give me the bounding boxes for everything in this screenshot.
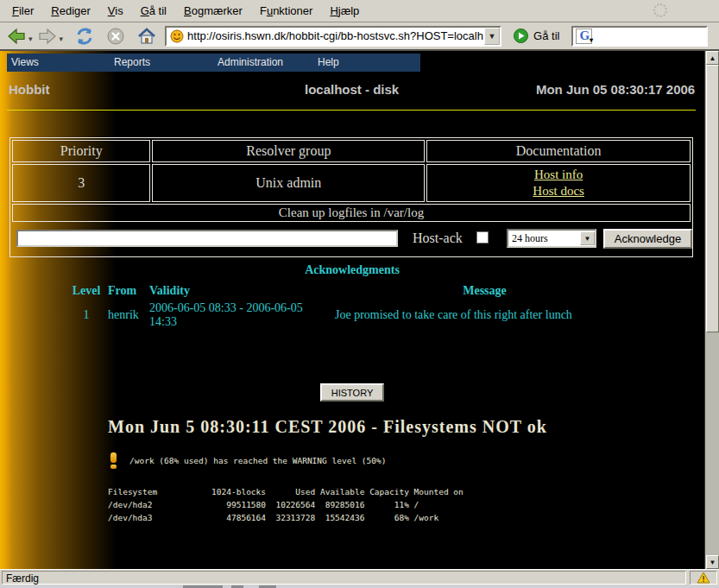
status-bar: Færdig	[0, 569, 719, 585]
scrollbar-thumb[interactable]	[706, 65, 719, 332]
browser-window: Filer Rediger Vis Gå til Bogmærker Funkt…	[0, 0, 719, 588]
status-heading: Mon Jun 5 08:30:11 CEST 2006 - Filesyste…	[108, 417, 547, 437]
host-ack-checkbox[interactable]	[476, 231, 489, 243]
back-dropdown-caret[interactable]: ▾	[28, 35, 33, 43]
security-status-box[interactable]	[690, 571, 717, 585]
back-arrow-icon	[7, 28, 26, 45]
menu-bogmaerker[interactable]: Bogmærker	[175, 1, 251, 21]
url-input[interactable]	[187, 28, 484, 44]
home-button[interactable]	[136, 25, 158, 47]
menu-gaa-til[interactable]: Gå til	[132, 1, 175, 21]
menu-bar: Filer Rediger Vis Gå til Bogmærker Funkt…	[0, 0, 719, 22]
stop-button[interactable]	[104, 25, 127, 47]
google-search-box[interactable]: G	[571, 26, 708, 47]
menu-rediger[interactable]: Rediger	[42, 1, 99, 21]
menu-hjaelp[interactable]: Hjælp	[321, 1, 368, 21]
back-button[interactable]	[5, 25, 28, 47]
go-button[interactable]: Gå til	[514, 28, 559, 43]
host-ack-label: Host-ack	[413, 231, 463, 246]
forward-button[interactable]	[36, 25, 59, 47]
url-history-dropdown[interactable]: ▼	[484, 28, 500, 45]
duration-dropdown-caret[interactable]: ▼	[580, 231, 595, 245]
go-label: Gå til	[533, 29, 559, 42]
duration-select[interactable]: 24 hours ▼	[507, 229, 596, 248]
nav-reports[interactable]: Reports	[114, 56, 150, 68]
ack-info-table: Priority Resolver group Documentation 3 …	[9, 137, 693, 257]
menu-funktioner[interactable]: Funktioner	[251, 1, 321, 21]
throbber-icon	[653, 3, 667, 17]
documentation-links: Host info Host docs	[426, 164, 691, 202]
page-viewport: Views Reports Administration Help Hobbit…	[0, 51, 704, 569]
page-timestamp: Mon Jun 05 08:30:17 2006	[466, 82, 695, 97]
google-g-icon[interactable]: G	[576, 28, 592, 44]
acknowledge-button[interactable]: Acknowledge	[603, 229, 692, 249]
column-header-priority: Priority	[12, 140, 150, 162]
ack-header-message: Message	[332, 282, 637, 300]
ack-form: Host-ack 24 hours ▼ Acknowledge	[12, 224, 691, 255]
ack-message: Joe promised to take care of this right …	[332, 300, 637, 331]
ack-level: 1	[67, 300, 105, 331]
vertical-scrollbar[interactable]: ▲ ▼	[704, 51, 719, 569]
stop-icon	[106, 27, 125, 46]
page-header: Hobbit localhost - disk Mon Jun 05 08:30…	[9, 82, 696, 97]
ack-header-level: Level	[67, 282, 105, 300]
navigation-toolbar: ▾ ▾	[0, 22, 719, 51]
hobbit-nav-bar: Views Reports Administration Help	[7, 54, 420, 72]
nav-help[interactable]: Help	[318, 56, 339, 68]
smiley-favicon-icon	[170, 29, 184, 43]
warning-line: /work (68% used) has reached the WARNING…	[110, 452, 386, 469]
column-header-resolver-group: Resolver group	[152, 140, 425, 162]
nav-views[interactable]: Views	[11, 56, 39, 68]
fs-row-hda2: /dev/hda2 99511580 10226564 89285016 11%…	[108, 500, 419, 509]
scroll-up-button[interactable]: ▲	[706, 51, 719, 65]
filesystem-listing: Filesystem 1024-blocks Used Available Ca…	[108, 485, 464, 524]
home-icon	[137, 28, 156, 45]
duration-value: 24 hours	[508, 232, 580, 245]
status-text: Færdig	[2, 571, 686, 585]
warning-triangle-icon	[697, 572, 710, 584]
ack-message-input[interactable]	[16, 230, 398, 247]
forward-dropdown-caret[interactable]: ▾	[60, 35, 64, 43]
acknowledgments-section: Acknowledgments Level From Validity Mess…	[0, 263, 704, 331]
forward-arrow-icon	[38, 28, 57, 45]
acknowledgments-title: Acknowledgments	[0, 263, 704, 277]
ack-header-validity: Validity	[147, 282, 332, 300]
host-docs-link[interactable]: Host docs	[427, 183, 690, 199]
history-button[interactable]: HISTORY	[320, 383, 384, 401]
priority-value: 3	[12, 164, 150, 202]
url-bar[interactable]: ▼	[165, 26, 501, 47]
yellow-exclamation-icon	[110, 452, 117, 469]
scroll-down-button[interactable]: ▼	[706, 555, 719, 569]
ack-row: 1 henrik 2006-06-05 08:33 - 2006-06-05 1…	[67, 300, 637, 331]
ack-validity: 2006-06-05 08:33 - 2006-06-05 14:33	[147, 300, 332, 331]
fs-header: Filesystem 1024-blocks Used Available Ca…	[108, 487, 464, 496]
ack-header-from: From	[105, 282, 147, 300]
nav-administration[interactable]: Administration	[218, 56, 283, 68]
menu-filer[interactable]: Filer	[3, 1, 42, 21]
column-header-documentation: Documentation	[426, 140, 691, 162]
go-icon	[514, 28, 528, 43]
fs-row-hda3: /dev/hda3 47856164 32313728 15542436 68%…	[108, 513, 438, 522]
host-info-link[interactable]: Host info	[427, 167, 690, 183]
acknowledgments-table: Level From Validity Message 1 henrik 200…	[67, 282, 637, 331]
ack-from: henrik	[105, 300, 147, 331]
menu-vis[interactable]: Vis	[99, 1, 132, 21]
header-divider	[7, 110, 696, 111]
reload-button[interactable]	[73, 25, 96, 47]
brand-title: Hobbit	[9, 82, 237, 97]
warning-text: /work (68% used) has reached the WARNING…	[129, 452, 386, 465]
ack-note: Clean up logfiles in /var/log	[12, 204, 691, 222]
page-title: localhost - disk	[237, 82, 466, 97]
resolver-group-value: Unix admin	[152, 164, 425, 202]
reload-icon	[75, 27, 94, 46]
